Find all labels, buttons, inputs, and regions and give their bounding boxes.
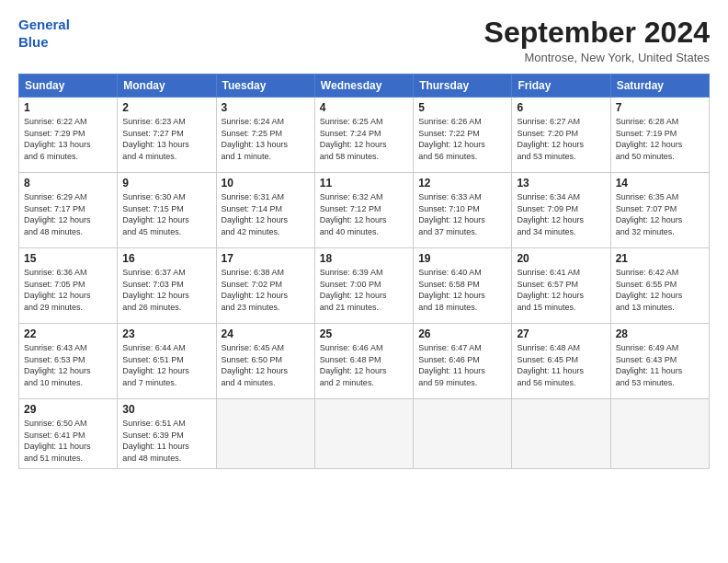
weekday-header-friday: Friday: [512, 75, 610, 98]
day-info: Sunrise: 6:34 AMSunset: 7:09 PMDaylight:…: [517, 191, 605, 237]
calendar-cell: 17Sunrise: 6:38 AMSunset: 7:02 PMDayligh…: [216, 248, 314, 324]
calendar-cell: 1Sunrise: 6:22 AMSunset: 7:29 PMDaylight…: [19, 98, 118, 173]
logo-text: General Blue: [18, 17, 70, 52]
calendar-cell: 13Sunrise: 6:34 AMSunset: 7:09 PMDayligh…: [512, 173, 610, 248]
day-number: 7: [616, 101, 704, 114]
day-number: 17: [222, 252, 310, 265]
calendar-cell: 11Sunrise: 6:32 AMSunset: 7:12 PMDayligh…: [314, 173, 413, 248]
day-number: 23: [122, 327, 210, 340]
day-number: 11: [320, 177, 408, 190]
calendar-cell: 3Sunrise: 6:24 AMSunset: 7:25 PMDaylight…: [216, 98, 314, 173]
logo-container: General Blue: [18, 17, 70, 52]
calendar-cell: 26Sunrise: 6:47 AMSunset: 6:46 PMDayligh…: [414, 324, 512, 399]
title-block: September 2024 Montrose, New York, Unite…: [484, 17, 710, 64]
day-info: Sunrise: 6:40 AMSunset: 6:58 PMDaylight:…: [418, 267, 506, 313]
calendar-cell: 18Sunrise: 6:39 AMSunset: 7:00 PMDayligh…: [314, 248, 413, 324]
calendar-cell: 16Sunrise: 6:37 AMSunset: 7:03 PMDayligh…: [118, 248, 216, 324]
day-number: 20: [517, 252, 605, 265]
day-number: 30: [122, 403, 210, 416]
calendar-cell: 21Sunrise: 6:42 AMSunset: 6:55 PMDayligh…: [610, 248, 709, 324]
day-info: Sunrise: 6:50 AMSunset: 6:41 PMDaylight:…: [24, 418, 112, 464]
day-number: 18: [320, 252, 408, 265]
calendar-week-row: 1Sunrise: 6:22 AMSunset: 7:29 PMDaylight…: [19, 98, 710, 173]
day-number: 21: [616, 252, 704, 265]
calendar-cell: [314, 399, 413, 468]
weekday-header-monday: Monday: [118, 75, 216, 98]
day-info: Sunrise: 6:39 AMSunset: 7:00 PMDaylight:…: [320, 267, 408, 313]
calendar-cell: 12Sunrise: 6:33 AMSunset: 7:10 PMDayligh…: [414, 173, 512, 248]
day-number: 1: [24, 101, 112, 114]
day-info: Sunrise: 6:27 AMSunset: 7:20 PMDaylight:…: [517, 116, 605, 162]
calendar-cell: [414, 399, 512, 468]
day-info: Sunrise: 6:25 AMSunset: 7:24 PMDaylight:…: [320, 116, 408, 162]
weekday-header-row: SundayMondayTuesdayWednesdayThursdayFrid…: [19, 75, 710, 98]
day-number: 8: [24, 177, 112, 190]
day-number: 26: [418, 327, 506, 340]
day-number: 22: [24, 327, 112, 340]
day-number: 5: [418, 101, 506, 114]
day-number: 9: [122, 177, 210, 190]
day-info: Sunrise: 6:38 AMSunset: 7:02 PMDaylight:…: [222, 267, 310, 313]
calendar-week-row: 22Sunrise: 6:43 AMSunset: 6:53 PMDayligh…: [19, 324, 710, 399]
page-header: General Blue September 2024 Montrose, Ne…: [18, 17, 710, 64]
calendar-cell: [216, 399, 314, 468]
day-info: Sunrise: 6:45 AMSunset: 6:50 PMDaylight:…: [222, 342, 310, 388]
day-info: Sunrise: 6:35 AMSunset: 7:07 PMDaylight:…: [616, 191, 704, 237]
day-info: Sunrise: 6:37 AMSunset: 7:03 PMDaylight:…: [122, 267, 210, 313]
calendar-cell: 22Sunrise: 6:43 AMSunset: 6:53 PMDayligh…: [19, 324, 118, 399]
calendar-cell: 10Sunrise: 6:31 AMSunset: 7:14 PMDayligh…: [216, 173, 314, 248]
day-info: Sunrise: 6:32 AMSunset: 7:12 PMDaylight:…: [320, 191, 408, 237]
calendar-cell: 24Sunrise: 6:45 AMSunset: 6:50 PMDayligh…: [216, 324, 314, 399]
day-number: 19: [418, 252, 506, 265]
calendar-table: SundayMondayTuesdayWednesdayThursdayFrid…: [18, 74, 710, 468]
day-info: Sunrise: 6:30 AMSunset: 7:15 PMDaylight:…: [122, 191, 210, 237]
day-info: Sunrise: 6:29 AMSunset: 7:17 PMDaylight:…: [24, 191, 112, 237]
calendar-cell: 27Sunrise: 6:48 AMSunset: 6:45 PMDayligh…: [512, 324, 610, 399]
calendar-cell: 6Sunrise: 6:27 AMSunset: 7:20 PMDaylight…: [512, 98, 610, 173]
day-number: 2: [122, 101, 210, 114]
day-info: Sunrise: 6:31 AMSunset: 7:14 PMDaylight:…: [222, 191, 310, 237]
calendar-cell: 19Sunrise: 6:40 AMSunset: 6:58 PMDayligh…: [414, 248, 512, 324]
day-number: 4: [320, 101, 408, 114]
day-info: Sunrise: 6:26 AMSunset: 7:22 PMDaylight:…: [418, 116, 506, 162]
day-info: Sunrise: 6:23 AMSunset: 7:27 PMDaylight:…: [122, 116, 210, 162]
day-number: 15: [24, 252, 112, 265]
day-info: Sunrise: 6:44 AMSunset: 6:51 PMDaylight:…: [122, 342, 210, 388]
calendar-week-row: 29Sunrise: 6:50 AMSunset: 6:41 PMDayligh…: [19, 399, 710, 468]
day-number: 6: [517, 101, 605, 114]
weekday-header-thursday: Thursday: [414, 75, 512, 98]
day-number: 28: [616, 327, 704, 340]
day-info: Sunrise: 6:48 AMSunset: 6:45 PMDaylight:…: [517, 342, 605, 388]
calendar-cell: 14Sunrise: 6:35 AMSunset: 7:07 PMDayligh…: [610, 173, 709, 248]
calendar-week-row: 8Sunrise: 6:29 AMSunset: 7:17 PMDaylight…: [19, 173, 710, 248]
calendar-cell: 30Sunrise: 6:51 AMSunset: 6:39 PMDayligh…: [118, 399, 216, 468]
day-number: 14: [616, 177, 704, 190]
day-info: Sunrise: 6:28 AMSunset: 7:19 PMDaylight:…: [616, 116, 704, 162]
calendar-cell: [610, 399, 709, 468]
calendar-week-row: 15Sunrise: 6:36 AMSunset: 7:05 PMDayligh…: [19, 248, 710, 324]
calendar-cell: 28Sunrise: 6:49 AMSunset: 6:43 PMDayligh…: [610, 324, 709, 399]
weekday-header-saturday: Saturday: [610, 75, 709, 98]
day-info: Sunrise: 6:24 AMSunset: 7:25 PMDaylight:…: [222, 116, 310, 162]
day-number: 3: [222, 101, 310, 114]
day-number: 10: [222, 177, 310, 190]
day-info: Sunrise: 6:43 AMSunset: 6:53 PMDaylight:…: [24, 342, 112, 388]
calendar-cell: 9Sunrise: 6:30 AMSunset: 7:15 PMDaylight…: [118, 173, 216, 248]
calendar-cell: 20Sunrise: 6:41 AMSunset: 6:57 PMDayligh…: [512, 248, 610, 324]
day-info: Sunrise: 6:41 AMSunset: 6:57 PMDaylight:…: [517, 267, 605, 313]
calendar-cell: 23Sunrise: 6:44 AMSunset: 6:51 PMDayligh…: [118, 324, 216, 399]
month-title: September 2024: [484, 17, 710, 49]
day-number: 24: [222, 327, 310, 340]
calendar-cell: [512, 399, 610, 468]
day-info: Sunrise: 6:47 AMSunset: 6:46 PMDaylight:…: [418, 342, 506, 388]
calendar-cell: 4Sunrise: 6:25 AMSunset: 7:24 PMDaylight…: [314, 98, 413, 173]
day-info: Sunrise: 6:22 AMSunset: 7:29 PMDaylight:…: [24, 116, 112, 162]
weekday-header-sunday: Sunday: [19, 75, 118, 98]
day-info: Sunrise: 6:33 AMSunset: 7:10 PMDaylight:…: [418, 191, 506, 237]
calendar-cell: 5Sunrise: 6:26 AMSunset: 7:22 PMDaylight…: [414, 98, 512, 173]
day-info: Sunrise: 6:49 AMSunset: 6:43 PMDaylight:…: [616, 342, 704, 388]
day-info: Sunrise: 6:36 AMSunset: 7:05 PMDaylight:…: [24, 267, 112, 313]
weekday-header-tuesday: Tuesday: [216, 75, 314, 98]
calendar-cell: 25Sunrise: 6:46 AMSunset: 6:48 PMDayligh…: [314, 324, 413, 399]
day-info: Sunrise: 6:42 AMSunset: 6:55 PMDaylight:…: [616, 267, 704, 313]
